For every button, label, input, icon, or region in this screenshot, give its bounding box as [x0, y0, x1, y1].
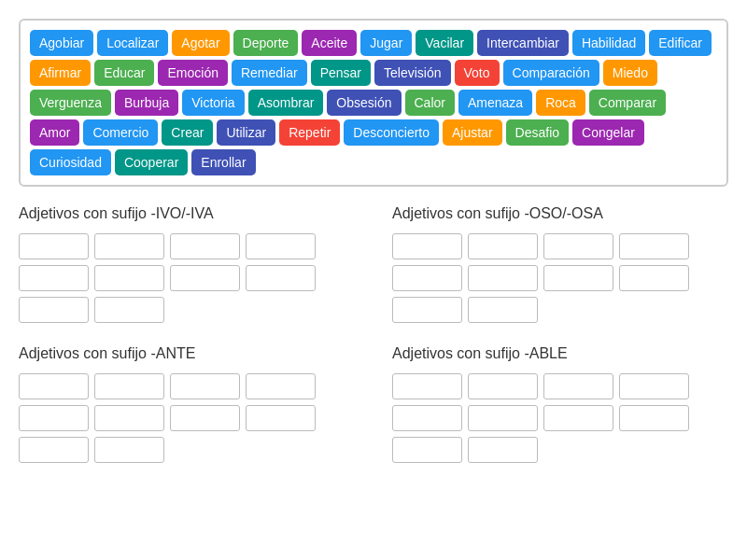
word-chip[interactable]: Asombrar — [248, 90, 324, 116]
word-chip[interactable]: Habilidad — [572, 30, 645, 56]
word-chip[interactable]: Localizar — [97, 30, 168, 56]
word-chip[interactable]: Vacilar — [416, 30, 473, 56]
word-chip[interactable]: Crear — [162, 119, 213, 146]
drop-grid-0 — [19, 233, 355, 323]
drop-row-3-1 — [392, 405, 728, 431]
drop-row-2-2 — [19, 437, 355, 463]
word-chip[interactable]: Comercio — [83, 119, 158, 146]
word-bank: AgobiarLocalizarAgotarDeporteAceiteJugar… — [19, 19, 728, 187]
word-chip[interactable]: Emoción — [158, 60, 227, 86]
drop-box[interactable] — [392, 233, 462, 259]
word-chip[interactable]: Victoria — [182, 90, 244, 116]
word-chip[interactable]: Voto — [455, 60, 500, 86]
drop-grid-1 — [392, 233, 728, 323]
word-chip[interactable]: Amor — [30, 119, 79, 146]
drop-row-1-0 — [392, 233, 728, 259]
word-chip[interactable]: Roca — [536, 90, 585, 116]
word-chip[interactable]: Obsesión — [327, 90, 401, 116]
drop-box[interactable] — [94, 297, 164, 323]
word-chip[interactable]: Ajustar — [443, 119, 502, 146]
word-chip[interactable]: Deporte — [233, 30, 299, 56]
drop-box[interactable] — [619, 233, 689, 259]
drop-box[interactable] — [246, 405, 316, 431]
word-chip[interactable]: Comparación — [503, 60, 599, 86]
section-title-3: Adjetivos con sufijo -ABLE — [392, 345, 728, 362]
word-chip[interactable]: Congelar — [572, 119, 644, 146]
drop-box[interactable] — [392, 297, 462, 323]
word-chip[interactable]: Verguenza — [30, 90, 111, 116]
drop-box[interactable] — [94, 405, 164, 431]
drop-box[interactable] — [170, 373, 240, 399]
drop-row-1-1 — [392, 265, 728, 291]
word-chip[interactable]: Enrollar — [191, 149, 255, 175]
section-title-1: Adjetivos con sufijo -OSO/-OSA — [392, 205, 728, 222]
drop-row-0-2 — [19, 297, 355, 323]
drop-box[interactable] — [392, 437, 462, 463]
drop-box[interactable] — [543, 373, 613, 399]
drop-box[interactable] — [19, 297, 89, 323]
drop-box[interactable] — [619, 373, 689, 399]
word-chip[interactable]: Desafio — [506, 119, 569, 146]
word-chip[interactable]: Burbuja — [115, 90, 178, 116]
word-chip[interactable]: Desconcierto — [344, 119, 439, 146]
word-chip[interactable]: Pensar — [311, 60, 371, 86]
word-chip[interactable]: Intercambiar — [477, 30, 569, 56]
section-0: Adjetivos con sufijo -IVO/-IVA — [19, 205, 355, 323]
word-chip[interactable]: Amenaza — [458, 90, 532, 116]
word-chip[interactable]: Repetir — [279, 119, 340, 146]
drop-box[interactable] — [468, 437, 538, 463]
drop-box[interactable] — [246, 265, 316, 291]
word-chip[interactable]: Afirmar — [30, 60, 91, 86]
section-2: Adjetivos con sufijo -ANTE — [19, 345, 355, 463]
drop-box[interactable] — [468, 297, 538, 323]
drop-box[interactable] — [19, 437, 89, 463]
word-chip[interactable]: Agobiar — [30, 30, 93, 56]
drop-row-3-2 — [392, 437, 728, 463]
word-chip[interactable]: Jugar — [360, 30, 412, 56]
drop-box[interactable] — [392, 373, 462, 399]
drop-box[interactable] — [19, 373, 89, 399]
drop-box[interactable] — [94, 233, 164, 259]
drop-box[interactable] — [543, 405, 613, 431]
drop-box[interactable] — [94, 437, 164, 463]
word-chip[interactable]: Cooperar — [115, 149, 188, 175]
word-chip[interactable]: Calor — [405, 90, 455, 116]
drop-box[interactable] — [170, 233, 240, 259]
word-chip[interactable]: Miedo — [603, 60, 657, 86]
drop-box[interactable] — [468, 373, 538, 399]
section-title-2: Adjetivos con sufijo -ANTE — [19, 345, 355, 362]
drop-box[interactable] — [619, 405, 689, 431]
drop-box[interactable] — [468, 405, 538, 431]
word-chip[interactable]: Utilizar — [217, 119, 275, 146]
drop-box[interactable] — [246, 373, 316, 399]
drop-box[interactable] — [170, 265, 240, 291]
drop-row-0-0 — [19, 233, 355, 259]
word-chip[interactable]: Televisión — [374, 60, 450, 86]
drop-box[interactable] — [468, 233, 538, 259]
drop-box[interactable] — [19, 233, 89, 259]
drop-box[interactable] — [543, 265, 613, 291]
sections-container: Adjetivos con sufijo -IVO/-IVAAdjetivos … — [19, 205, 728, 463]
section-3: Adjetivos con sufijo -ABLE — [392, 345, 728, 463]
drop-box[interactable] — [19, 405, 89, 431]
drop-row-2-0 — [19, 373, 355, 399]
drop-box[interactable] — [170, 405, 240, 431]
drop-box[interactable] — [619, 265, 689, 291]
word-chip[interactable]: Remediar — [232, 60, 307, 86]
word-chip[interactable]: Agotar — [172, 30, 229, 56]
drop-box[interactable] — [94, 373, 164, 399]
drop-box[interactable] — [468, 265, 538, 291]
drop-box[interactable] — [543, 233, 613, 259]
drop-box[interactable] — [392, 265, 462, 291]
word-chip[interactable]: Comparar — [589, 90, 666, 116]
drop-box[interactable] — [246, 233, 316, 259]
section-1: Adjetivos con sufijo -OSO/-OSA — [392, 205, 728, 323]
word-chip[interactable]: Aceite — [302, 30, 357, 56]
drop-row-3-0 — [392, 373, 728, 399]
word-chip[interactable]: Curiosidad — [30, 149, 111, 175]
drop-box[interactable] — [94, 265, 164, 291]
word-chip[interactable]: Edificar — [649, 30, 712, 56]
drop-box[interactable] — [392, 405, 462, 431]
word-chip[interactable]: Educar — [94, 60, 154, 86]
drop-box[interactable] — [19, 265, 89, 291]
